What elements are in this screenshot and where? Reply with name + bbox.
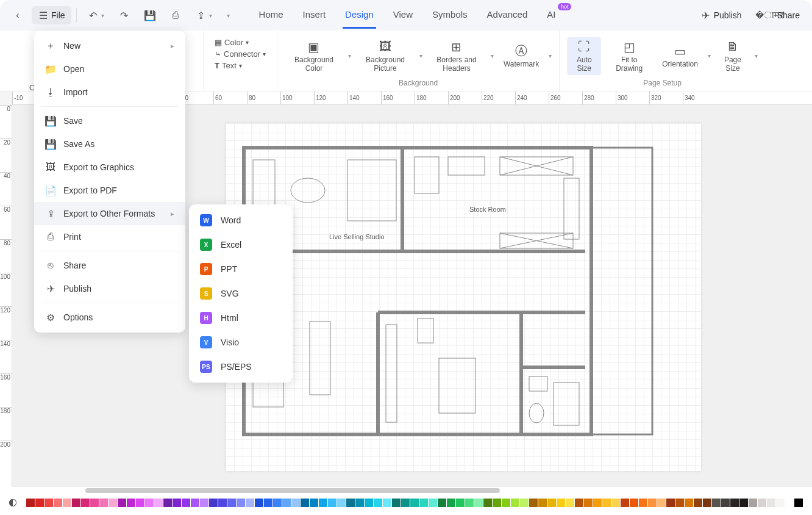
file-button[interactable]: ☰File xyxy=(32,6,71,24)
color-swatch[interactable] xyxy=(163,499,172,507)
color-swatch[interactable] xyxy=(383,499,391,507)
menu-print[interactable]: ⎙Print xyxy=(34,225,185,248)
color-swatch[interactable] xyxy=(173,499,181,507)
menu-options[interactable]: ⚙Options xyxy=(34,306,185,329)
export-word[interactable]: WWord xyxy=(189,208,293,232)
color-swatch[interactable] xyxy=(63,499,71,507)
color-swatch[interactable] xyxy=(72,499,80,507)
orientation-button[interactable]: ▭Orientation xyxy=(657,41,703,71)
color-swatch[interactable] xyxy=(346,499,355,507)
color-swatch[interactable] xyxy=(374,499,382,507)
watermark-caret[interactable]: ▾ xyxy=(549,52,552,59)
tab-home[interactable]: Home xyxy=(257,2,286,29)
color-swatch[interactable] xyxy=(319,499,327,507)
export-ppt[interactable]: PPPT xyxy=(189,257,293,281)
color-swatch[interactable] xyxy=(547,499,556,507)
color-swatch[interactable] xyxy=(191,499,199,507)
color-swatch[interactable] xyxy=(675,499,684,507)
auto-size-button[interactable]: ⛶Auto Size xyxy=(567,37,601,75)
color-swatch[interactable] xyxy=(145,499,154,507)
color-swatch[interactable] xyxy=(785,499,794,507)
color-swatch[interactable] xyxy=(218,499,227,507)
color-swatch[interactable] xyxy=(255,499,263,507)
color-swatch[interactable] xyxy=(365,499,373,507)
export-visio[interactable]: VVisio xyxy=(189,330,293,355)
color-swatch[interactable] xyxy=(447,499,455,507)
color-swatch[interactable] xyxy=(419,499,428,507)
color-swatch[interactable] xyxy=(200,499,208,507)
color-swatch[interactable] xyxy=(392,499,401,507)
color-swatch[interactable] xyxy=(118,499,126,507)
color-swatch[interactable] xyxy=(291,499,300,507)
color-swatch[interactable] xyxy=(767,499,775,507)
color-swatch[interactable] xyxy=(337,499,346,507)
color-swatch[interactable] xyxy=(611,499,620,507)
redo-button[interactable]: ↷ xyxy=(113,6,136,24)
color-swatch[interactable] xyxy=(749,499,757,507)
color-swatch[interactable] xyxy=(758,499,766,507)
color-swatch[interactable] xyxy=(45,499,53,507)
more-button[interactable]: ▾ xyxy=(221,9,236,23)
menu-publish[interactable]: ✈Publish xyxy=(34,277,185,300)
color-swatch[interactable] xyxy=(538,499,547,507)
save-button[interactable]: 💾 xyxy=(138,6,162,24)
tab-ai[interactable]: AIhot xyxy=(544,2,558,29)
color-swatch[interactable] xyxy=(584,499,593,507)
tab-advanced[interactable]: Advanced xyxy=(485,2,530,29)
color-dropdown[interactable]: ▦Color▾ xyxy=(211,37,252,48)
menu-new[interactable]: ＋New▸ xyxy=(34,34,185,57)
color-swatch[interactable] xyxy=(593,499,602,507)
color-swatch[interactable] xyxy=(410,499,419,507)
color-swatch[interactable] xyxy=(90,499,99,507)
color-swatch[interactable] xyxy=(483,499,492,507)
color-swatch[interactable] xyxy=(109,499,117,507)
color-swatch[interactable] xyxy=(575,499,583,507)
page-size-caret[interactable]: ▾ xyxy=(755,52,758,59)
color-swatch[interactable] xyxy=(474,499,483,507)
color-swatch[interactable] xyxy=(502,499,510,507)
page-size-button[interactable]: 🗎Page Size xyxy=(716,37,750,75)
page[interactable]: Live Selling Studio Stock Room xyxy=(226,123,701,471)
eyedropper-icon[interactable]: ◐ xyxy=(9,496,22,510)
color-swatch[interactable] xyxy=(666,499,675,507)
color-swatch[interactable] xyxy=(54,499,62,507)
export-button[interactable]: ⇪▾ xyxy=(190,6,218,24)
bg-color-caret[interactable]: ▾ xyxy=(348,52,351,59)
menu-export-pdf[interactable]: 📄Export to PDF xyxy=(34,179,185,202)
color-swatch[interactable] xyxy=(209,499,218,507)
color-swatch[interactable] xyxy=(429,499,437,507)
color-swatch[interactable] xyxy=(282,499,291,507)
menu-export-graphics[interactable]: 🖼Export to Graphics xyxy=(34,156,185,179)
text-dropdown[interactable]: TText▾ xyxy=(211,60,246,71)
undo-button[interactable]: ↶▾ xyxy=(82,6,110,24)
export-html[interactable]: HHtml xyxy=(189,306,293,330)
color-swatch[interactable] xyxy=(648,499,657,507)
bg-color-button[interactable]: ▣Background Color xyxy=(285,37,343,75)
color-swatch[interactable] xyxy=(621,499,629,507)
color-swatch[interactable] xyxy=(237,499,245,507)
bg-picture-button[interactable]: 🖼Background Picture xyxy=(356,37,415,75)
menu-share[interactable]: ⎋Share xyxy=(34,254,185,277)
export-excel[interactable]: XExcel xyxy=(189,232,293,257)
color-swatch[interactable] xyxy=(99,499,108,507)
horizontal-scrollbar[interactable] xyxy=(85,488,500,493)
publish-button[interactable]: ✈Publish xyxy=(694,6,748,24)
color-swatch[interactable] xyxy=(328,499,337,507)
color-swatch[interactable] xyxy=(246,499,254,507)
connector-dropdown[interactable]: ⤷Connector▾ xyxy=(211,48,269,60)
tab-view[interactable]: View xyxy=(391,2,415,29)
borders-button[interactable]: ⊞Borders and Headers xyxy=(427,37,486,75)
watermark-button[interactable]: ⒶWatermark xyxy=(499,41,544,71)
borders-caret[interactable]: ▾ xyxy=(491,52,494,59)
color-swatch[interactable] xyxy=(456,499,465,507)
color-swatch[interactable] xyxy=(182,499,190,507)
color-swatch[interactable] xyxy=(355,499,364,507)
color-swatch[interactable] xyxy=(301,499,309,507)
color-swatch[interactable] xyxy=(465,499,474,507)
orientation-caret[interactable]: ▾ xyxy=(708,52,711,59)
share-button[interactable]: �ामरShare xyxy=(758,6,806,24)
color-swatch[interactable] xyxy=(264,499,272,507)
color-swatch[interactable] xyxy=(639,499,647,507)
print-button[interactable]: ⎙ xyxy=(164,6,187,24)
color-swatch[interactable] xyxy=(154,499,163,507)
